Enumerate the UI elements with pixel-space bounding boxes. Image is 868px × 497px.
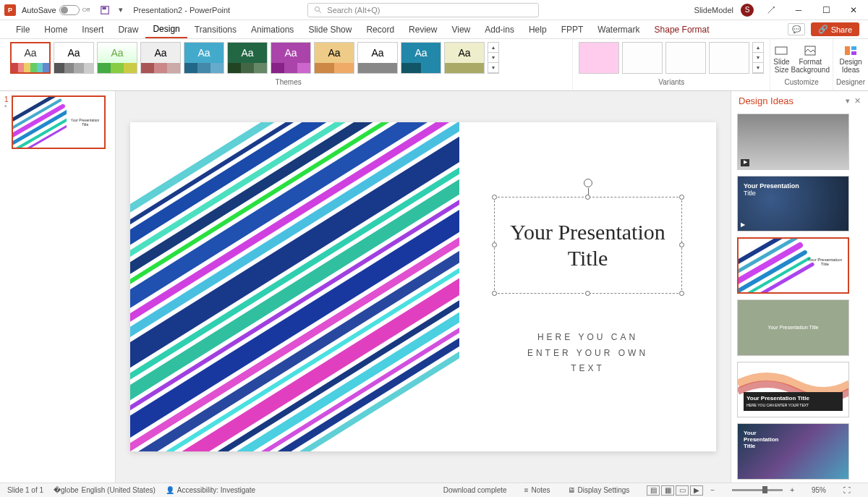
design-idea-thumb[interactable]: Your Presentation TitleHERE YOU CAN ENTE… <box>737 362 849 418</box>
themes-more-button[interactable]: ▴▾▾ <box>488 42 499 74</box>
mic-icon[interactable] <box>761 3 781 17</box>
design-ideas-list[interactable]: ▶Your PresentationTitle▶Your Presentatio… <box>731 111 868 483</box>
design-idea-thumb[interactable]: ▶ <box>737 114 849 170</box>
variant-thumb[interactable] <box>665 42 706 74</box>
tab-help[interactable]: Help <box>522 20 554 38</box>
theme-thumb[interactable]: Aa <box>227 42 268 74</box>
save-icon[interactable] <box>99 4 111 16</box>
svg-line-3 <box>319 10 321 12</box>
search-input[interactable]: Search (Alt+Q) <box>307 3 539 17</box>
theme-thumb[interactable]: Aa <box>401 42 441 74</box>
slide-canvas-area[interactable]: Your Presentation Title HERE YOU CAN ENT… <box>116 91 731 483</box>
tab-home[interactable]: Home <box>37 20 75 38</box>
slide-counter[interactable]: Slide 1 of 1 <box>7 486 43 494</box>
tab-file[interactable]: File <box>9 20 37 38</box>
tab-animations[interactable]: Animations <box>244 20 301 38</box>
theme-thumb[interactable]: Aa <box>54 42 94 74</box>
close-button[interactable]: ✕ <box>843 3 864 17</box>
search-icon <box>314 6 323 14</box>
share-button[interactable]: 🔗 Share <box>811 22 859 36</box>
notes-button[interactable]: ≡ Notes <box>524 486 550 494</box>
theme-thumb[interactable]: Aa <box>10 42 51 74</box>
autosave-toggle[interactable]: AutoSave Off <box>22 5 90 15</box>
tab-shape-format[interactable]: Shape Format <box>647 20 717 38</box>
slide-thumbnail-panel: 1 * Your Presentation Title <box>0 91 116 483</box>
reading-view-button[interactable]: ▭ <box>676 485 689 496</box>
theme-thumb[interactable]: Aa <box>444 42 485 74</box>
user-avatar[interactable]: S <box>741 4 754 17</box>
resize-handle[interactable] <box>492 195 497 200</box>
theme-thumb[interactable]: Aa <box>271 42 311 74</box>
resize-handle[interactable] <box>492 291 497 296</box>
slide-subtitle[interactable]: HERE YOU CAN ENTER YOUR OWN TEXT <box>527 330 648 377</box>
themes-group-label: Themes <box>10 78 566 86</box>
customize-group-label: Customize <box>773 78 830 86</box>
design-idea-thumb[interactable]: Your PresentationTitle <box>737 237 849 294</box>
username-label[interactable]: SlideModel <box>694 6 733 14</box>
zoom-slider[interactable] <box>732 489 783 491</box>
title-bar: P AutoSave Off ▾ Presentation2 - PowerPo… <box>0 0 868 20</box>
slide-thumbnail[interactable]: Your Presentation Title <box>12 95 106 149</box>
zoom-in-button[interactable]: + <box>790 486 794 494</box>
normal-view-button[interactable]: ▤ <box>647 485 660 496</box>
search-placeholder: Search (Alt+Q) <box>327 6 380 14</box>
theme-thumb[interactable]: Aa <box>184 42 224 74</box>
svg-rect-6 <box>845 46 850 55</box>
rotate-handle-icon[interactable] <box>584 179 592 187</box>
design-idea-thumb[interactable]: Your Presentation Title <box>737 300 849 356</box>
tab-addins[interactable]: Add-ins <box>477 20 522 38</box>
zoom-level[interactable]: 95% <box>812 486 826 494</box>
designer-group-label: Designer <box>836 78 865 86</box>
sorter-view-button[interactable]: ▦ <box>661 485 674 496</box>
resize-handle[interactable] <box>679 242 684 247</box>
theme-thumb[interactable]: Aa <box>357 42 398 74</box>
slide-title-text[interactable]: Your Presentation Title <box>509 219 667 271</box>
zoom-out-button[interactable]: − <box>710 486 715 494</box>
accessibility-checker[interactable]: 👤 Accessibility: Investigate <box>166 486 255 494</box>
variant-thumb[interactable] <box>709 42 749 74</box>
tab-fppt[interactable]: FPPT <box>554 20 591 38</box>
minimize-button[interactable]: ─ <box>788 3 809 17</box>
fit-to-window-button[interactable]: ⛶ <box>843 486 851 494</box>
pane-close-icon[interactable]: ✕ <box>854 96 861 106</box>
language-selector[interactable]: �globe English (United States) <box>54 486 156 494</box>
comments-icon[interactable]: 💬 <box>788 23 805 35</box>
title-placeholder[interactable]: Your Presentation Title <box>494 197 682 294</box>
tab-insert[interactable]: Insert <box>75 20 111 38</box>
design-idea-thumb[interactable]: Your PresentationTitle▶ <box>737 176 849 232</box>
maximize-button[interactable]: ☐ <box>816 3 836 17</box>
display-settings-button[interactable]: 🖥 Display Settings <box>568 486 630 494</box>
design-idea-thumb[interactable]: Your Presentation Title <box>737 423 849 480</box>
slide-artwork <box>130 122 459 451</box>
variant-thumb[interactable] <box>622 42 663 74</box>
pane-dropdown-icon[interactable]: ▾ <box>846 96 850 106</box>
tab-draw[interactable]: Draw <box>111 20 145 38</box>
pane-title: Design Ideas <box>739 95 793 106</box>
tab-design[interactable]: Design <box>145 20 187 38</box>
theme-thumb[interactable]: Aa <box>314 42 354 74</box>
tab-transitions[interactable]: Transitions <box>187 20 244 38</box>
slide-size-button[interactable]: Slide Size <box>773 42 789 77</box>
tab-record[interactable]: Record <box>359 20 401 38</box>
slide-canvas[interactable]: Your Presentation Title HERE YOU CAN ENT… <box>130 122 716 451</box>
slideshow-view-button[interactable]: ▶ <box>690 485 703 496</box>
design-ideas-pane: Design Ideas ▾ ✕ ▶Your PresentationTitle… <box>731 91 868 483</box>
resize-handle[interactable] <box>679 195 684 200</box>
format-background-button[interactable]: Format Background <box>791 42 830 77</box>
tab-watermark[interactable]: Watermark <box>590 20 647 38</box>
design-ideas-button[interactable]: Design Ideas <box>836 42 865 77</box>
toggle-icon[interactable] <box>59 5 80 15</box>
theme-thumb[interactable]: Aa <box>97 42 137 74</box>
variant-thumb[interactable] <box>579 42 619 74</box>
variants-more-button[interactable]: ▴▾▾ <box>752 42 764 74</box>
tab-slideshow[interactable]: Slide Show <box>301 20 359 38</box>
resize-handle[interactable] <box>585 195 590 200</box>
tab-view[interactable]: View <box>444 20 477 38</box>
theme-thumb[interactable]: Aa <box>140 42 181 74</box>
resize-handle[interactable] <box>585 291 590 296</box>
resize-handle[interactable] <box>679 291 684 296</box>
qat-dropdown-icon[interactable]: ▾ <box>115 4 127 16</box>
tab-review[interactable]: Review <box>401 20 444 38</box>
ribbon-tabs: File Home Insert Draw Design Transitions… <box>0 20 868 39</box>
resize-handle[interactable] <box>492 242 497 247</box>
